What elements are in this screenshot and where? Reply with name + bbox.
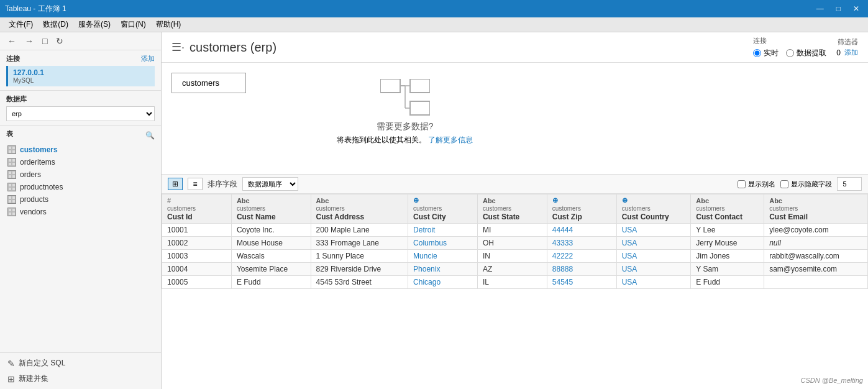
tables-header: 表 🔍 <box>6 129 155 141</box>
maximize-button[interactable]: □ <box>833 3 844 14</box>
type-icon-2: Abc <box>316 197 329 204</box>
col-name-2: Cust Address <box>316 213 403 221</box>
database-section: 数据库 erp <box>0 91 161 126</box>
cell-4-1: E Fudd <box>231 276 311 289</box>
col-header-cust-email[interactable]: AbccustomersCust Email <box>764 194 868 224</box>
sort-dropdown[interactable]: 数据源顺序 <box>242 177 298 191</box>
realtime-radio[interactable] <box>753 49 761 57</box>
menu-item-数据(D)[interactable]: 数据(D) <box>38 18 73 31</box>
realtime-label: 实时 <box>764 48 779 58</box>
realtime-option[interactable]: 实时 <box>753 48 779 58</box>
cell-3-4: AZ <box>477 263 547 276</box>
table-item-vendors[interactable]: vendors <box>6 206 155 218</box>
cell-0-1: Coyote Inc. <box>231 224 311 237</box>
filter-count: 0 <box>836 48 841 57</box>
custom-sql-action[interactable]: ✎ 新自定义 SQL <box>6 355 155 371</box>
show-alias-checkbox[interactable] <box>738 180 746 188</box>
new-union-action[interactable]: ⊞ 新建并集 <box>6 371 155 387</box>
list-view-button[interactable]: ≡ <box>188 178 203 190</box>
table-item-productnotes[interactable]: productnotes <box>6 181 155 193</box>
row-count-input[interactable]: 5 <box>837 177 862 191</box>
show-alias-label: 显示别名 <box>748 180 775 189</box>
tables-section: 表 🔍 customersorderitemsordersproductnote… <box>0 126 161 352</box>
table-zone: customers 需要更多数据? 将表拖到此处以使其相关。 了解更多信息 <box>162 63 868 175</box>
col-header-cust-state[interactable]: AbccustomersCust State <box>477 194 547 224</box>
col-name-5: Cust Zip <box>552 213 611 221</box>
menu-item-服务器(S)[interactable]: 服务器(S) <box>73 18 116 31</box>
table-item-products[interactable]: products <box>6 193 155 206</box>
more-data-link[interactable]: 了解更多信息 <box>428 135 473 144</box>
extract-option[interactable]: 数据提取 <box>786 48 826 58</box>
extract-radio[interactable] <box>786 49 794 57</box>
cell-0-5: 44444 <box>547 224 616 237</box>
table-name-customers: customers <box>20 145 58 154</box>
connection-item[interactable]: 127.0.0.1 MySQL <box>6 66 155 86</box>
col-header-cust-city[interactable]: ⊕customersCust City <box>408 194 478 224</box>
table-item-customers[interactable]: customers <box>6 144 155 156</box>
show-hidden-option[interactable]: 显示隐藏字段 <box>780 180 832 189</box>
save-button[interactable]: □ <box>40 35 50 47</box>
connection-type: MySQL <box>13 77 150 84</box>
col-source-2: customers <box>316 205 403 212</box>
table-item-orders[interactable]: orders <box>6 168 155 181</box>
more-data-subtitle: 将表拖到此处以使其相关。 了解更多信息 <box>337 135 473 145</box>
cell-0-6: USA <box>616 224 691 237</box>
content-header-left: ☰· customers (erp) <box>171 40 276 55</box>
col-source-7: customers <box>696 205 759 212</box>
grid-view-button[interactable]: ⊞ <box>168 178 183 190</box>
show-hidden-label: 显示隐藏字段 <box>791 180 832 189</box>
col-header-cust-name[interactable]: AbccustomersCust Name <box>231 194 311 224</box>
minimize-button[interactable]: — <box>813 3 828 14</box>
type-icon-3: ⊕ <box>413 196 419 204</box>
back-button[interactable]: ← <box>5 35 19 47</box>
cell-3-2: 829 Riverside Drive <box>311 263 408 276</box>
type-icon-4: Abc <box>483 197 496 204</box>
main-layout: ← → □ ↻ 连接 添加 127.0.0.1 MySQL 数据库 erp <box>0 32 868 389</box>
cell-1-3: Columbus <box>408 237 478 250</box>
database-select[interactable]: erp <box>6 106 155 121</box>
table-row: 10005E Fudd4545 53rd StreetChicagoIL5454… <box>162 276 868 289</box>
connection-title: 连接 <box>6 54 20 63</box>
table-name-vendors: vendors <box>20 208 47 216</box>
col-name-6: Cust Country <box>622 213 686 221</box>
forward-button[interactable]: → <box>22 35 36 47</box>
close-button[interactable]: ✕ <box>849 3 863 14</box>
cell-0-8: ylee@coyote.com <box>764 224 868 237</box>
cell-4-2: 4545 53rd Street <box>311 276 408 289</box>
menu-item-帮助(H)[interactable]: 帮助(H) <box>151 18 186 31</box>
data-table-body: 10001Coyote Inc.200 Maple LaneDetroitMI4… <box>162 224 868 289</box>
menu-item-文件(F)[interactable]: 文件(F) <box>4 18 38 31</box>
table-icon-products <box>7 195 16 204</box>
col-header-cust-zip[interactable]: ⊕customersCust Zip <box>547 194 616 224</box>
dropped-table[interactable]: customers <box>171 73 246 93</box>
cell-4-3: Chicago <box>408 276 478 289</box>
cell-2-2: 1 Sunny Place <box>311 250 408 263</box>
cell-3-7: Y Sam <box>691 263 764 276</box>
add-connection-link[interactable]: 添加 <box>141 54 155 63</box>
refresh-button[interactable]: ↻ <box>53 35 66 47</box>
col-header-cust-address[interactable]: AbccustomersCust Address <box>311 194 408 224</box>
col-source-3: customers <box>413 205 472 212</box>
table-name-productnotes: productnotes <box>20 183 63 191</box>
col-header-cust-contact[interactable]: AbccustomersCust Contact <box>691 194 764 224</box>
filter-add-button[interactable]: 添加 <box>844 48 858 57</box>
search-icon[interactable]: 🔍 <box>145 131 155 140</box>
app-title: Tableau - 工作簿 1 <box>5 4 66 14</box>
col-header-cust-id[interactable]: #customersCust Id <box>162 194 232 224</box>
cell-3-6: USA <box>616 263 691 276</box>
col-header-cust-country[interactable]: ⊕customersCust Country <box>616 194 691 224</box>
cell-1-2: 333 Fromage Lane <box>311 237 408 250</box>
type-icon-0: # <box>167 197 171 204</box>
menu-item-窗口(N)[interactable]: 窗口(N) <box>116 18 151 31</box>
table-item-orderitems[interactable]: orderitems <box>6 156 155 168</box>
cell-2-0: 10003 <box>162 250 232 263</box>
col-name-8: Cust Email <box>769 213 862 221</box>
custom-sql-label: 新自定义 SQL <box>19 358 65 368</box>
show-alias-option[interactable]: 显示别名 <box>738 180 775 189</box>
filter-section: 筛选器 0 添加 <box>836 37 858 57</box>
db-icon: ☰· <box>171 40 185 54</box>
cell-1-4: OH <box>477 237 547 250</box>
cell-1-5: 43333 <box>547 237 616 250</box>
show-hidden-checkbox[interactable] <box>780 180 788 188</box>
content-title: customers (erp) <box>190 40 276 55</box>
